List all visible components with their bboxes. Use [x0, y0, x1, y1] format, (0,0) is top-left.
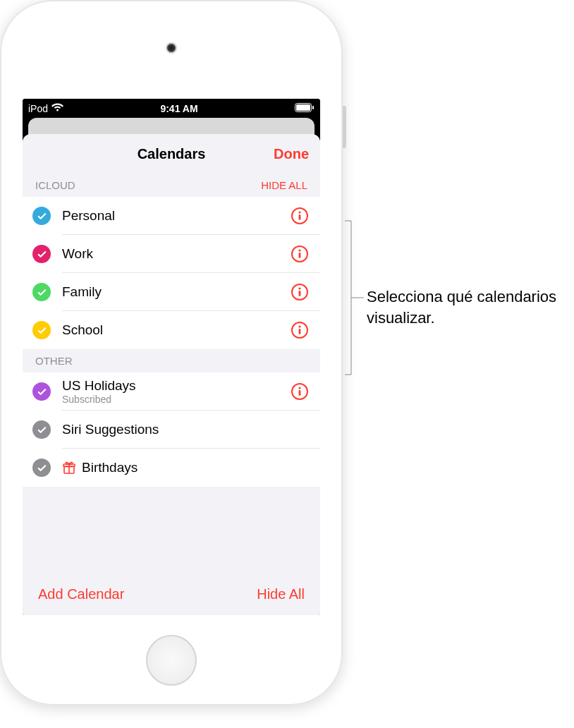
home-button[interactable] — [146, 635, 197, 686]
checkmark-icon — [32, 207, 51, 225]
svg-point-4 — [298, 211, 300, 213]
section-label: ICLOUD — [35, 179, 75, 191]
calendar-row-birthdays[interactable]: Birthdays — [23, 449, 320, 487]
clock-label: 9:41 AM — [160, 103, 197, 114]
carrier-label: iPod — [28, 103, 48, 114]
calendar-label: School — [62, 322, 291, 338]
svg-rect-17 — [299, 390, 301, 396]
section-label: OTHER — [35, 355, 73, 367]
info-button[interactable] — [291, 321, 309, 339]
status-bar: iPod 9:41 AM — [23, 99, 320, 118]
calendar-label: US Holidays — [62, 378, 291, 394]
screen: iPod 9:41 AM Calendars Done ICLOUD HI — [23, 99, 320, 615]
done-button[interactable]: Done — [274, 146, 309, 162]
calendars-sheet: Calendars Done ICLOUD HIDE ALL Personal — [23, 134, 320, 615]
section-header-other: OTHER — [23, 349, 320, 372]
checkmark-icon — [32, 321, 51, 339]
hide-all-button[interactable]: Hide All — [257, 586, 305, 602]
calendar-row-work[interactable]: Work — [23, 235, 320, 273]
front-camera — [166, 42, 177, 54]
svg-rect-1 — [296, 104, 310, 111]
calendar-sublabel: Subscribed — [62, 394, 291, 405]
calendar-row-us-holidays[interactable]: US Holidays Subscribed — [23, 372, 320, 411]
svg-point-13 — [298, 325, 300, 327]
calendar-row-school[interactable]: School — [23, 311, 320, 349]
checkmark-icon — [32, 382, 51, 401]
checkmark-icon — [32, 420, 51, 439]
callout-text: Selecciona qué calendarios visualizar. — [367, 286, 574, 328]
callout-bracket — [344, 220, 365, 375]
svg-rect-2 — [312, 106, 314, 109]
section-header-icloud: ICLOUD HIDE ALL — [23, 174, 320, 197]
checkmark-icon — [32, 283, 51, 301]
sheet-footer: Add Calendar Hide All — [23, 574, 320, 615]
svg-rect-8 — [299, 253, 301, 258]
calendar-label: Work — [62, 246, 291, 262]
calendar-label: Family — [62, 284, 291, 300]
calendar-row-personal[interactable]: Personal — [23, 197, 320, 235]
svg-rect-14 — [299, 329, 301, 334]
info-button[interactable] — [291, 245, 309, 263]
device-frame: iPod 9:41 AM Calendars Done ICLOUD HI — [0, 0, 343, 705]
info-button[interactable] — [291, 283, 309, 301]
calendar-label: Siri Suggestions — [62, 422, 309, 437]
svg-point-7 — [298, 249, 300, 251]
info-button[interactable] — [291, 382, 309, 401]
calendar-label: Birthdays — [82, 460, 309, 475]
calendar-row-siri-suggestions[interactable]: Siri Suggestions — [23, 411, 320, 449]
other-list: US Holidays Subscribed Siri Suggestions — [23, 372, 320, 487]
add-calendar-button[interactable]: Add Calendar — [38, 586, 124, 602]
hide-all-icloud-button[interactable]: HIDE ALL — [261, 179, 307, 191]
checkmark-icon — [32, 459, 51, 477]
svg-point-16 — [298, 387, 300, 389]
svg-rect-5 — [299, 214, 301, 220]
svg-rect-11 — [299, 291, 301, 296]
calendar-label: Personal — [62, 208, 291, 224]
sheet-header: Calendars Done — [23, 134, 320, 174]
battery-icon — [295, 103, 315, 114]
gift-icon — [62, 461, 76, 475]
icloud-list: Personal Work — [23, 197, 320, 349]
checkmark-icon — [32, 245, 51, 263]
sheet-title: Calendars — [138, 146, 206, 162]
info-button[interactable] — [291, 207, 309, 225]
wifi-icon — [51, 103, 63, 114]
svg-point-10 — [298, 287, 300, 289]
calendar-row-family[interactable]: Family — [23, 273, 320, 311]
